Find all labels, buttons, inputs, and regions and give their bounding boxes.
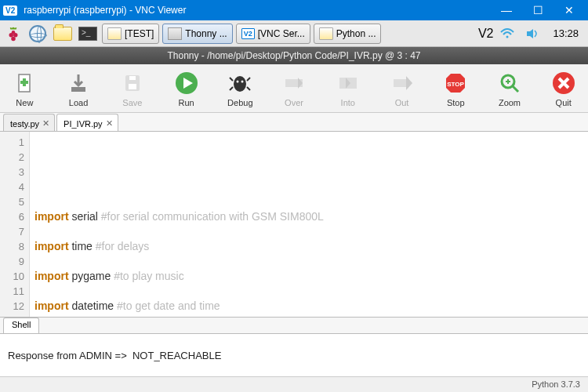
svg-point-4 (506, 35, 509, 38)
terminal-icon[interactable]: >_ (77, 24, 99, 44)
tool-label: Run (178, 98, 194, 107)
editor-tab-pi-ivr[interactable]: PI_IVR.py ✕ (56, 114, 118, 131)
run-button[interactable]: Run (166, 70, 206, 107)
status-bar: Python 3.7.3 (0, 376, 588, 392)
tray-vnc-icon[interactable]: V2 (478, 27, 494, 41)
svg-point-2 (11, 36, 16, 40)
python-version: Python 3.7.3 (532, 379, 580, 389)
minimize-button[interactable]: — (491, 0, 522, 20)
taskbar-btn-label: Thonny ... (185, 28, 227, 39)
run-icon (173, 70, 200, 96)
save-button[interactable]: Save (112, 70, 152, 107)
shell-output[interactable]: Response from ADMIN => NOT_REACHABLE Mak… (0, 334, 588, 376)
folder-icon (319, 27, 333, 40)
code-area[interactable]: import serial #for serial communication … (30, 132, 588, 317)
tool-label: Over (285, 98, 303, 107)
over-icon (281, 70, 307, 96)
taskbar-btn-label: [TEST] (125, 28, 154, 39)
vnc-icon: V2 (241, 28, 255, 39)
wifi-icon[interactable] (496, 24, 518, 44)
out-icon (389, 70, 416, 96)
step-over-button[interactable]: Over (274, 70, 314, 107)
thonny-titlebar: Thonny - /home/pi/Desktop/Python Code/PI… (0, 47, 588, 64)
load-icon (65, 70, 92, 96)
volume-icon[interactable] (521, 24, 543, 44)
shell-tab-bar: Shell (0, 317, 588, 334)
svg-rect-8 (129, 84, 136, 89)
taskbar-btn-python[interactable]: Python ... (314, 24, 382, 44)
editor-tab-testy[interactable]: testy.py ✕ (3, 114, 55, 131)
svg-rect-6 (71, 87, 85, 92)
tab-label: PI_IVR.py (64, 119, 103, 129)
debug-icon (227, 70, 253, 96)
step-out-button[interactable]: Out (382, 70, 422, 107)
code-editor[interactable]: 123456789101112131415 import serial #for… (0, 132, 588, 317)
line-gutter: 123456789101112131415 (0, 132, 30, 317)
thonny-title-text: Thonny - /home/pi/Desktop/Python Code/PI… (167, 50, 420, 61)
shell-tab[interactable]: Shell (3, 318, 39, 333)
new-icon (11, 70, 38, 96)
close-button[interactable]: ✕ (554, 0, 585, 20)
tool-label: Stop (447, 98, 465, 107)
thonny-icon (168, 27, 182, 40)
svg-text:STOP: STOP (447, 81, 464, 88)
load-button[interactable]: Load (59, 70, 99, 107)
svg-rect-9 (129, 76, 136, 80)
tab-label: testy.py (10, 119, 39, 129)
editor-tab-bar: testy.py ✕ PI_IVR.py ✕ (0, 113, 588, 132)
into-icon (335, 70, 361, 96)
quit-button[interactable]: Quit (543, 70, 583, 107)
tool-label: Out (395, 98, 409, 107)
vnc-logo-icon: V2 (3, 5, 17, 16)
tool-label: Load (69, 98, 88, 107)
tool-label: Into (341, 98, 355, 107)
svg-point-3 (12, 30, 16, 34)
zoom-button[interactable]: Zoom (490, 70, 530, 107)
svg-rect-16 (394, 79, 408, 87)
file-manager-icon[interactable] (52, 24, 74, 44)
taskbar-btn-thonny[interactable]: Thonny ... (162, 24, 232, 44)
tool-label: Zoom (499, 98, 521, 107)
stop-button[interactable]: STOP Stop (436, 70, 476, 107)
taskbar-clock: 13:28 (546, 27, 585, 39)
taskbar-btn-test[interactable]: [TEST] (102, 24, 159, 44)
taskbar-btn-vnc-server[interactable]: V2 [VNC Ser... (236, 24, 310, 44)
svg-point-12 (237, 80, 239, 82)
stop-icon: STOP (442, 70, 469, 96)
save-icon (119, 70, 146, 96)
tool-label: Save (122, 98, 142, 107)
taskbar-btn-label: Python ... (336, 28, 376, 39)
raspberry-menu-icon[interactable] (3, 24, 24, 44)
vnc-title-bar: V2 raspberrypi (raspberrypi) - VNC Viewe… (0, 0, 588, 20)
tool-label: Debug (227, 98, 252, 107)
close-icon[interactable]: ✕ (42, 118, 49, 129)
svg-point-11 (234, 76, 246, 92)
quit-icon (550, 70, 577, 96)
vnc-window-title: raspberrypi (raspberrypi) - VNC Viewer (24, 5, 491, 16)
debug-button[interactable]: Debug (220, 70, 260, 107)
svg-point-13 (241, 80, 244, 82)
maximize-button[interactable]: ☐ (522, 0, 554, 20)
browser-icon[interactable] (27, 24, 49, 44)
shell-line: Response from ADMIN => NOT_REACHABLE (8, 350, 580, 362)
new-button[interactable]: New (5, 70, 45, 107)
folder-icon (107, 27, 122, 40)
rpi-taskbar: >_ [TEST] Thonny ... V2 [VNC Ser... Pyth… (0, 20, 588, 47)
tool-label: Quit (556, 98, 572, 107)
close-icon[interactable]: ✕ (106, 118, 113, 129)
tool-label: New (16, 98, 33, 107)
step-into-button[interactable]: Into (328, 70, 368, 107)
thonny-toolbar: New Load Save Run Debug Over Into Out ST… (0, 64, 588, 113)
zoom-icon (496, 70, 523, 96)
taskbar-btn-label: [VNC Ser... (258, 28, 305, 39)
